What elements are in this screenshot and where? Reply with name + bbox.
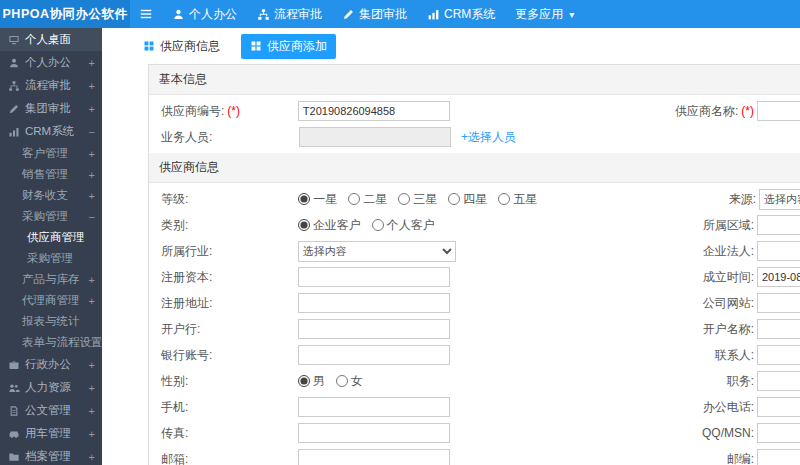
radio-option[interactable]: 四星 [448,191,487,208]
website-input[interactable] [757,293,800,313]
sidebar-item-supplier-mgmt[interactable]: 供应商管理 [0,227,102,248]
expand-marker: + [89,190,95,202]
bank-label: 开户行: [161,322,200,336]
sidebar-item-process-approval[interactable]: 流程审批 + [0,74,102,97]
sidebar-item-reports[interactable]: 报表与统计 [0,311,102,332]
nav-personal-office[interactable]: 个人办公 [162,0,247,28]
form-row: 供应商编号:(*) 供应商名称:(*) [149,98,800,124]
sidebar-item-customer-mgmt[interactable]: 客户管理 + [0,143,102,164]
radio-option[interactable]: 女 [336,373,363,390]
registered-capital-input[interactable] [298,267,450,287]
sidebar-item-purchasing[interactable]: 采购管理 [0,248,102,269]
registered-address-input[interactable] [298,293,450,313]
nav-crm-system[interactable]: CRM系统 [417,0,505,28]
radio-input[interactable] [298,219,310,231]
sidebar-item-form-flow-settings[interactable]: 表单与流程设置+ [0,332,102,353]
expand-marker: + [89,169,95,181]
tab-supplier-info[interactable]: 供应商信息 [134,34,229,59]
sidebar-item-hr[interactable]: 人力资源 + [0,376,102,399]
sidebar-item-label: 财务收支 [22,188,68,203]
sidebar-item-label: 档案管理 [25,449,71,464]
tab-supplier-add[interactable]: 供应商添加 [241,34,336,59]
position-input[interactable] [757,371,800,391]
legal-person-input[interactable] [757,241,800,261]
sidebar-item-label: 个人桌面 [25,32,71,47]
account-name-input[interactable] [757,319,800,339]
form-row: 注册资本: 成立时间: [149,264,800,290]
supplier-no-input[interactable] [298,101,450,121]
sidebar-item-vehicle-mgmt[interactable]: 用车管理 + [0,422,102,445]
radio-option[interactable]: 三星 [398,191,437,208]
sidebar-item-label: 采购管理 [22,209,68,224]
sidebar-item-archive-mgmt[interactable]: 档案管理 + [0,445,102,465]
radio-option[interactable]: 个人客户 [372,217,435,234]
bank-input[interactable] [298,319,450,339]
sidebar-item-label: 代理商管理 [22,293,80,308]
sidebar-item-document-mgmt[interactable]: 公文管理 + [0,399,102,422]
section-header-supplier-info: 供应商信息 [149,153,800,183]
sidebar-item-group-approval[interactable]: 集团审批 + [0,97,102,120]
radio-input[interactable] [298,375,310,387]
sidebar-item-finance[interactable]: 财务收支 + [0,185,102,206]
sidebar-item-personal-desktop[interactable]: 个人桌面 [0,28,102,51]
level-radio-group: 一星 二星 三星 四星 五星 [298,191,548,208]
contact-input[interactable] [757,345,800,365]
radio-input[interactable] [298,193,310,205]
sidebar-item-personal-office[interactable]: 个人办公 + [0,51,102,74]
sidebar-toggle-button[interactable] [130,0,162,28]
radio-option[interactable]: 一星 [298,191,337,208]
position-label: 职务: [727,374,754,388]
form-row: 邮箱: 邮编: [149,446,800,465]
qq-msn-input[interactable] [757,423,800,443]
nav-process-approval[interactable]: 流程审批 [247,0,332,28]
office-phone-input[interactable] [757,397,800,417]
radio-option[interactable]: 企业客户 [298,217,361,234]
expand-marker: + [89,359,95,371]
nav-more-apps[interactable]: 更多应用 ▾ [505,0,584,28]
nav-label: 流程审批 [274,6,322,23]
industry-select[interactable]: 选择内容 [298,241,456,262]
collapse-marker: − [89,126,95,138]
nav-label: 集团审批 [359,6,407,23]
sidebar-item-purchase-mgmt[interactable]: 采购管理 − [0,206,102,227]
sidebar-item-agent-mgmt[interactable]: 代理商管理 + [0,290,102,311]
radio-option[interactable]: 二星 [348,191,387,208]
supplier-name-input[interactable] [757,101,800,121]
radio-option[interactable]: 五星 [498,191,537,208]
radio-input[interactable] [348,193,360,205]
sidebar-item-admin-office[interactable]: 行政办公 + [0,353,102,376]
nav-label: CRM系统 [444,6,495,23]
radio-input[interactable] [498,193,510,205]
fax-input[interactable] [298,423,450,443]
postcode-input[interactable] [757,449,800,465]
form-row: 类别: 企业客户 个人客户 所属区域: [149,212,800,238]
choose-person-link[interactable]: +选择人员 [461,129,516,146]
radio-input[interactable] [372,219,384,231]
email-input[interactable] [298,449,450,465]
radio-input[interactable] [336,375,348,387]
sidebar-item-label: 个人办公 [25,55,71,70]
radio-input[interactable] [398,193,410,205]
business-person-input[interactable] [299,127,451,147]
radio-input[interactable] [448,193,460,205]
form-row: 传真: QQ/MSN: [149,420,800,446]
supplier-no-label: 供应商编号: [161,104,224,118]
sidebar-item-label: 报表与统计 [22,314,80,329]
expand-marker: + [89,80,95,92]
car-icon [8,428,20,440]
sidebar-item-label: 行政办公 [25,357,71,372]
sidebar-item-crm-system[interactable]: CRM系统 − [0,120,102,143]
nav-group-approval[interactable]: 集团审批 [332,0,417,28]
source-select[interactable]: 选择内容 [759,189,800,210]
sidebar-item-label: 产品与库存 [22,272,80,287]
industry-label: 所属行业: [161,244,212,258]
region-input[interactable] [757,215,800,235]
email-label: 邮箱: [161,452,188,465]
radio-option[interactable]: 男 [298,373,325,390]
established-input[interactable] [757,267,800,287]
mobile-input[interactable] [298,397,450,417]
sidebar-item-product-inventory[interactable]: 产品与库存 + [0,269,102,290]
grid-icon [250,40,262,52]
sidebar-item-sales-mgmt[interactable]: 销售管理 + [0,164,102,185]
bank-account-input[interactable] [298,345,450,365]
